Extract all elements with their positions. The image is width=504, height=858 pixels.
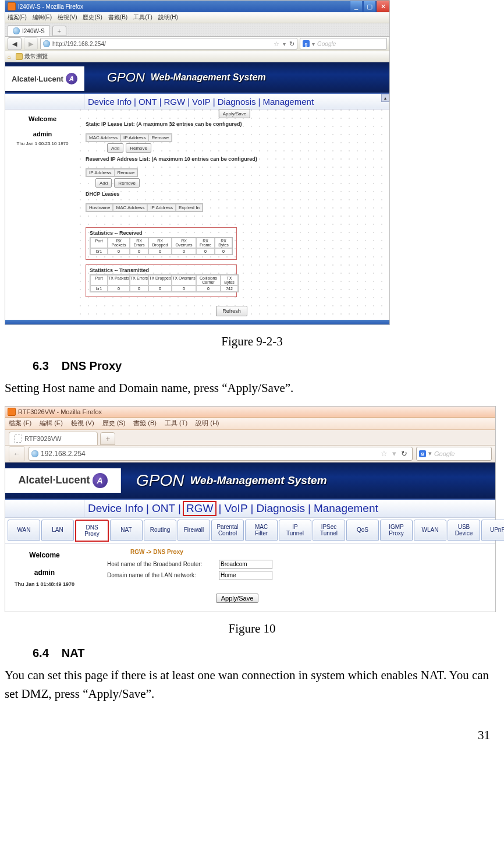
- menu-item[interactable]: 檔案(F): [8, 13, 27, 22]
- menu-item[interactable]: 工具 (T): [165, 419, 187, 428]
- subnav-tab[interactable]: USB Device: [448, 520, 480, 541]
- minimize-button[interactable]: _: [350, 1, 363, 12]
- home-icon[interactable]: ⌂: [8, 54, 11, 60]
- banner-title: GPON: [136, 471, 184, 490]
- screenshot-2: RTF3026VW - Mozilla Firefox 檔案 (F) 編輯 (E…: [5, 406, 496, 612]
- dhcp-title: DHCP Leases: [86, 191, 378, 197]
- table-cell: 0: [196, 285, 221, 292]
- menu-item[interactable]: 說明 (H): [196, 419, 219, 428]
- subnav-tab[interactable]: QoS: [346, 520, 379, 541]
- reload-button[interactable]: ↻: [289, 40, 294, 48]
- back-button[interactable]: ◀: [8, 37, 22, 50]
- table-header: IP Address: [147, 204, 176, 211]
- bookmark-star-icon[interactable]: ☆: [381, 449, 388, 458]
- window-titlebar: I240W-S - Mozilla Firefox _ ▢ ✕: [5, 1, 389, 12]
- stats-received-box: Statistics -- Received Port RX Packets R…: [86, 227, 237, 260]
- domain-name-input[interactable]: [219, 571, 272, 580]
- menu-item[interactable]: 檢視 (V): [71, 419, 94, 428]
- domain-name-label: Domain name of the LAN network:: [107, 572, 219, 578]
- subnav-tab[interactable]: LAN: [41, 520, 74, 541]
- menu-item[interactable]: 說明(H): [158, 13, 178, 22]
- sidebar: Welcome admin Thu Jan 1 01:48:49 1970: [5, 544, 84, 612]
- table-header: Remove: [148, 134, 172, 142]
- close-button[interactable]: ✕: [377, 1, 389, 12]
- table-header: RX Bytes: [215, 238, 232, 248]
- menu-item[interactable]: 工具(T): [133, 13, 152, 22]
- subnav-tab[interactable]: Firewall: [178, 520, 210, 541]
- back-button[interactable]: ←: [9, 446, 25, 461]
- nav-link[interactable]: Diagnosis: [257, 502, 305, 515]
- subnav-tab[interactable]: MAC Filter: [245, 520, 278, 541]
- apply-save-button[interactable]: Apply/Save: [219, 109, 250, 118]
- main-content: Apply/Save Static IP Lease List: (A maxi…: [80, 110, 389, 320]
- forward-button[interactable]: ▶: [24, 37, 38, 50]
- dropdown-icon[interactable]: ▾: [283, 41, 286, 47]
- subnav-tab[interactable]: IP Tunnel: [279, 520, 311, 541]
- nav-link[interactable]: RGW: [164, 97, 186, 107]
- menu-item[interactable]: 書籤(B): [108, 13, 127, 22]
- table-cell: 0: [172, 248, 196, 255]
- firefox-icon: [8, 2, 16, 10]
- menu-item[interactable]: 檔案 (F): [9, 419, 31, 428]
- subnav-tab[interactable]: UPnP: [481, 520, 504, 541]
- menu-item[interactable]: 編輯 (E): [40, 419, 63, 428]
- timestamp-label: Thu Jan 1 00:23:10 1970: [8, 141, 77, 146]
- url-bar[interactable]: 192.168.2.254 ☆ ▾ ↻: [29, 447, 413, 461]
- subnav-tab[interactable]: IGMP Proxy: [380, 520, 413, 541]
- nav-link[interactable]: ONT: [139, 97, 157, 107]
- table-header: RX Overruns: [172, 238, 196, 248]
- search-box[interactable]: g ▾ Google: [300, 38, 387, 50]
- search-box[interactable]: g ▾ Google: [416, 447, 492, 461]
- nav-link[interactable]: ONT: [152, 502, 175, 515]
- refresh-button[interactable]: Refresh: [216, 306, 247, 316]
- maximize-button[interactable]: ▢: [363, 1, 376, 12]
- nav-link[interactable]: Diagnosis: [218, 97, 256, 107]
- gpon-banner: Alcatel·LucentA GPON Web-Management Syst…: [5, 62, 389, 93]
- brand-logo: Alcatel·LucentA: [5, 468, 121, 493]
- new-tab-button[interactable]: +: [52, 26, 66, 36]
- bookmark-bar: ⌂ 最常瀏覽: [5, 51, 389, 62]
- table-cell: 0: [108, 285, 130, 292]
- bookmark-star-icon[interactable]: ☆: [274, 40, 279, 48]
- subnav-tab[interactable]: NAT: [110, 520, 143, 541]
- dropdown-icon[interactable]: ▾: [392, 449, 396, 458]
- subnav-tab-selected[interactable]: DNS Proxy: [75, 520, 109, 542]
- scroll-up-icon[interactable]: ▴: [381, 94, 389, 102]
- nav-link-selected[interactable]: RGW: [183, 501, 216, 516]
- nav-link[interactable]: VoIP: [192, 97, 211, 107]
- url-bar[interactable]: http://192.168.2.254/ ☆ ▾ ↻: [40, 38, 297, 50]
- host-name-input[interactable]: [219, 560, 272, 569]
- table-cell: br1: [90, 248, 108, 255]
- subnav-tab[interactable]: WAN: [8, 520, 40, 541]
- reload-button[interactable]: ↻: [401, 449, 407, 458]
- table-header: RX Frame: [196, 238, 215, 248]
- browser-tab[interactable]: I240W-S: [8, 25, 50, 36]
- add-button[interactable]: Add: [107, 143, 123, 153]
- table-cell: 0: [108, 248, 130, 255]
- nav-link[interactable]: Management: [263, 97, 314, 107]
- new-tab-button[interactable]: +: [100, 432, 115, 445]
- bookmark-item[interactable]: 最常瀏覽: [16, 52, 48, 61]
- subnav-tab[interactable]: Parental Control: [211, 520, 244, 541]
- apply-save-button[interactable]: Apply/Save: [216, 594, 259, 603]
- nav-link[interactable]: Management: [314, 502, 378, 515]
- table-header: Port: [90, 275, 108, 285]
- nav-link[interactable]: Device Info: [88, 502, 143, 515]
- table-header: Expired In: [176, 204, 203, 211]
- menu-item[interactable]: 歷史 (S): [102, 419, 126, 428]
- menu-item[interactable]: 檢視(V): [58, 13, 77, 22]
- folder-icon: [16, 53, 23, 60]
- browser-tab[interactable]: RTF3026VW: [9, 432, 98, 445]
- menu-item[interactable]: 編輯(E): [33, 13, 52, 22]
- nav-link[interactable]: Device Info: [88, 97, 132, 107]
- menu-item[interactable]: 書籤 (B): [133, 419, 157, 428]
- nav-link[interactable]: VoIP: [224, 502, 247, 515]
- remove-button[interactable]: Remove: [126, 143, 151, 153]
- subnav-tab[interactable]: IPSec Tunnel: [313, 520, 345, 541]
- add-button[interactable]: Add: [95, 178, 112, 188]
- remove-button[interactable]: Remove: [114, 178, 140, 188]
- menu-item[interactable]: 歷史(S): [83, 13, 102, 22]
- subnav-tab[interactable]: WLAN: [414, 520, 446, 541]
- table-cell: 0: [130, 248, 148, 255]
- subnav-tab[interactable]: Routing: [144, 520, 176, 541]
